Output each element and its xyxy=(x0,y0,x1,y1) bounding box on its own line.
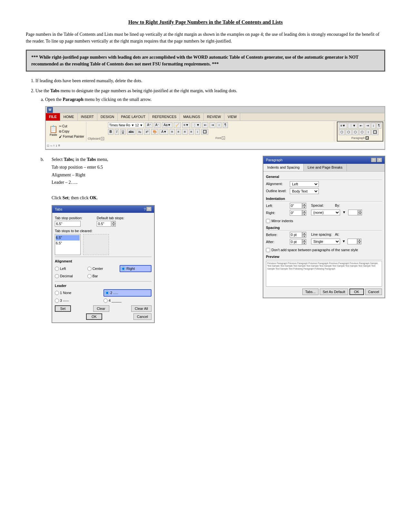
para-tabs-btn[interactable]: Tabs... xyxy=(302,289,318,295)
align-left-btn[interactable]: ≡ xyxy=(170,129,175,135)
indent-left-down[interactable]: ▼ xyxy=(302,206,306,209)
para-tab-linebreaks[interactable]: Line and Page Breaks xyxy=(304,164,347,172)
para-ok-btn[interactable]: OK xyxy=(349,289,364,295)
leader-1-radio[interactable] xyxy=(55,291,59,295)
tabs-ok-btn[interactable]: OK xyxy=(86,313,102,320)
font-name-dropdown[interactable]: Times New Ro ▼ 12 ▼ xyxy=(108,122,144,128)
para-btn-1[interactable]: ≡▼ xyxy=(339,123,347,129)
para-btn-2[interactable]: ⋮▼ xyxy=(348,123,357,129)
ribbon-tab-mailings[interactable]: MAILINGS xyxy=(180,113,204,121)
tabs-dialog-close-btn[interactable]: ✕ xyxy=(146,207,152,211)
sort-btn[interactable]: ↕ xyxy=(217,122,221,128)
align-center-btn[interactable]: ≡ xyxy=(176,129,181,135)
tab-stop-input[interactable] xyxy=(55,221,81,227)
line-spacing-btn[interactable]: ↕ xyxy=(195,129,200,135)
align-center-radio[interactable] xyxy=(87,267,92,271)
para-cancel-btn[interactable]: Cancel xyxy=(365,289,382,295)
para-dialog-help-btn[interactable]: ? xyxy=(371,158,376,162)
paragraph-expand-icon[interactable]: ↘ xyxy=(366,136,369,140)
before-up[interactable]: ▲ xyxy=(302,232,306,235)
ribbon-tab-pagelayout[interactable]: PAGE LAYOUT xyxy=(118,113,149,121)
tab-list-item-6-5b[interactable]: 6.5" xyxy=(56,241,80,246)
font-shrink-btn[interactable]: A⁻ xyxy=(154,122,161,128)
at-up[interactable]: ▲ xyxy=(357,239,361,241)
align-right-btn2[interactable]: ⬡ xyxy=(352,129,358,135)
tab-list-item-6-5[interactable]: 6.5" xyxy=(56,235,80,241)
font-grow-btn[interactable]: A⁺ xyxy=(145,122,152,128)
tabs-cancel-btn[interactable]: Cancel xyxy=(133,313,152,320)
ribbon-tab-references[interactable]: REFERENCES xyxy=(149,113,180,121)
bold-btn[interactable]: B xyxy=(108,129,113,135)
at-input[interactable] xyxy=(347,239,357,244)
mirror-indents-checkbox[interactable] xyxy=(266,219,270,223)
indent-decrease-btn[interactable]: ⇤ xyxy=(202,122,208,128)
strikethrough-btn[interactable]: abc xyxy=(127,129,135,135)
ribbon-tab-review[interactable]: REVIEW xyxy=(204,113,224,121)
ribbon-tab-home[interactable]: HOME xyxy=(60,113,78,121)
show-para-btn[interactable]: ¶ xyxy=(223,122,228,128)
clipboard-expand-icon[interactable]: ↘ xyxy=(101,137,104,140)
by-down[interactable]: ▼ xyxy=(358,212,362,215)
leader-3-radio[interactable] xyxy=(55,299,59,303)
tabs-clear-btn[interactable]: Clear xyxy=(93,305,109,312)
align-right-btn[interactable]: ≡ xyxy=(182,129,188,135)
ribbon-tab-design[interactable]: DESIGN xyxy=(97,113,118,121)
dont-add-space-checkbox[interactable] xyxy=(266,248,270,252)
highlight-btn[interactable]: 🎨 xyxy=(151,129,158,135)
numbering-btn[interactable]: ⋮▼ xyxy=(191,122,201,128)
outline-select[interactable]: Body Text xyxy=(290,188,319,194)
by-input[interactable] xyxy=(348,210,358,215)
clear-formatting-btn[interactable]: 🧹 xyxy=(174,122,181,128)
before-down[interactable]: ▼ xyxy=(302,235,306,238)
tabs-clear-all-btn[interactable]: Clear All xyxy=(131,305,152,312)
by-up[interactable]: ▲ xyxy=(358,210,362,212)
underline-btn[interactable]: U xyxy=(120,129,126,135)
para-set-default-btn[interactable]: Set As Default xyxy=(320,289,348,295)
indent-left-up[interactable]: ▲ xyxy=(302,203,306,206)
alignment-select[interactable]: Left Centered Right Justified xyxy=(290,181,319,187)
tabs-set-btn[interactable]: Set xyxy=(55,305,71,312)
align-center-btn2[interactable]: ⬡ xyxy=(346,129,352,135)
special-select[interactable]: (none) xyxy=(311,210,340,215)
indent-left-input[interactable] xyxy=(290,203,302,209)
para-tab-indents[interactable]: Indents and Spacing xyxy=(263,164,304,172)
list-btn[interactable]: ≡▼ xyxy=(182,122,191,128)
align-bar-radio[interactable] xyxy=(87,274,92,278)
para-dialog-close-btn[interactable]: ✕ xyxy=(377,158,382,162)
indent-increase-btn[interactable]: ⇥ xyxy=(210,122,215,128)
tab-stop-list[interactable]: 6.5" 6.5" xyxy=(55,234,81,255)
italic-btn[interactable]: I xyxy=(115,129,119,135)
after-down[interactable]: ▼ xyxy=(302,242,306,245)
after-up[interactable]: ▲ xyxy=(302,239,306,242)
shading-btn2[interactable]: 🔲 xyxy=(371,129,378,135)
paste-label[interactable]: Paste xyxy=(50,133,57,137)
ribbon-tab-insert[interactable]: INSERT xyxy=(78,113,97,121)
para-btn-5[interactable]: ↕ xyxy=(371,123,376,129)
para-btn-4[interactable]: ⇥ xyxy=(365,123,370,129)
at-down[interactable]: ▼ xyxy=(357,241,361,244)
align-right-radio[interactable] xyxy=(121,267,125,271)
default-tab-input[interactable] xyxy=(97,221,111,227)
superscript-btn[interactable]: x² xyxy=(144,129,150,135)
font-expand-icon[interactable]: ↘ xyxy=(222,136,225,140)
align-decimal-radio[interactable] xyxy=(55,274,59,278)
ribbon-tab-file[interactable]: FILE xyxy=(46,113,60,121)
subscript-btn[interactable]: x₂ xyxy=(137,129,143,135)
justify-btn2[interactable]: ⬡ xyxy=(359,129,365,135)
align-left-radio[interactable] xyxy=(55,267,59,271)
indent-right-input[interactable] xyxy=(290,210,302,216)
align-left-btn2[interactable]: ⬡ xyxy=(339,129,345,135)
spinner-down-btn[interactable]: ▼ xyxy=(112,224,116,227)
shading-btn[interactable]: 🔲 xyxy=(201,129,208,135)
line-spacing-select[interactable]: Single xyxy=(311,239,340,244)
after-input[interactable] xyxy=(290,239,302,245)
leader-4-radio[interactable] xyxy=(103,299,108,303)
indent-right-up[interactable]: ▲ xyxy=(302,210,306,213)
justify-btn[interactable]: ≡ xyxy=(189,129,194,135)
spinner-up-btn[interactable]: ▲ xyxy=(112,221,116,224)
ribbon-tab-view[interactable]: VIEW xyxy=(224,113,240,121)
aa-btn[interactable]: Aa▼ xyxy=(162,122,172,128)
para-btn-3[interactable]: ⇤ xyxy=(358,123,364,129)
leader-2-radio[interactable] xyxy=(105,291,109,295)
para-btn-6[interactable]: ¶ xyxy=(377,123,381,129)
